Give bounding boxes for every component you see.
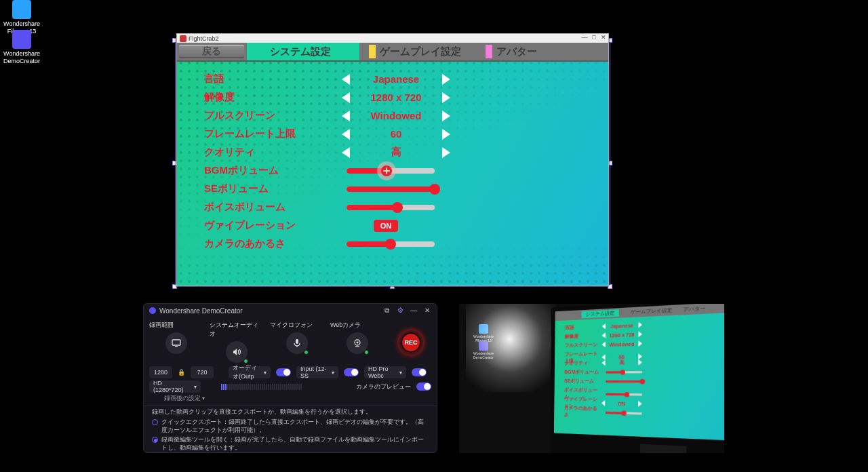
status-dot-icon xyxy=(304,350,309,355)
mic-source-button[interactable] xyxy=(286,332,308,354)
arrow-right-icon[interactable] xyxy=(439,91,452,104)
section-sysaudio: システムオーディオ xyxy=(210,321,263,365)
webcam-device-select[interactable]: HD Pro Webc xyxy=(364,366,406,378)
setting-row-bgm: BGMボリューム xyxy=(204,161,581,180)
mic-toggle[interactable] xyxy=(344,368,359,376)
setting-value: 1280 x 720 xyxy=(353,92,439,103)
svg-marker-7 xyxy=(442,129,450,140)
setting-label: ヴァイブレーション xyxy=(204,219,340,232)
tab-system-settings[interactable]: システム設定 xyxy=(247,43,359,60)
tab-avatar[interactable]: アバター xyxy=(476,43,552,60)
camera-preview-pane: Wondershare Filmora 13 Wondershare DemoC… xyxy=(459,304,724,453)
record-button[interactable]: REC xyxy=(399,330,423,355)
mic-device-select[interactable]: Input (12- SS xyxy=(296,366,338,378)
speaker-icon xyxy=(231,347,242,357)
svg-marker-0 xyxy=(342,74,350,85)
tab-marker-icon xyxy=(486,45,492,58)
game-body: 戻る システム設定 ゲームプレイ設定 アバター 言語Japanese解像度128… xyxy=(177,43,608,286)
preset-select[interactable]: HD (1280*720) xyxy=(149,380,201,393)
photo-setting-row: フルスクリーンWindowed xyxy=(565,340,642,349)
minimize-button[interactable]: — xyxy=(410,307,418,315)
tab-gameplay-settings[interactable]: ゲームプレイ設定 xyxy=(359,43,476,60)
camera-icon xyxy=(352,338,363,349)
setting-row-framerate: フレームレート上限60 xyxy=(204,125,581,143)
slider-bgm[interactable] xyxy=(347,168,435,174)
arrow-right-icon[interactable] xyxy=(439,73,452,86)
democreator-icon xyxy=(12,30,31,49)
window-titlebar[interactable]: FightCrab2 — □ ✕ xyxy=(177,34,608,43)
audio-level-meter xyxy=(221,384,351,390)
status-dot-icon xyxy=(364,350,369,355)
setting-label: 解像度 xyxy=(204,91,340,104)
webcam-source-button[interactable] xyxy=(347,332,368,354)
arrow-left-icon[interactable] xyxy=(340,73,353,86)
photo-setting-row: クオリティ高 xyxy=(564,359,642,367)
lock-icon[interactable]: 🔒 xyxy=(178,369,185,376)
setting-value: Japanese xyxy=(353,73,439,85)
post-settings-label[interactable]: 録画後の設定 xyxy=(164,395,205,401)
game-window: FightCrab2 — □ ✕ 戻る システム設定 ゲームプレイ設定 アバター… xyxy=(176,33,609,286)
note-text: 録画した動画クリップを直接エクスポートか、動画編集を行うかを選択します。 xyxy=(144,406,437,418)
setting-label: SEボリューム xyxy=(204,182,340,195)
close-button[interactable]: ✕ xyxy=(599,34,608,43)
arrow-right-icon[interactable] xyxy=(439,146,452,159)
close-button[interactable]: ✕ xyxy=(423,307,431,315)
width-input[interactable]: 1280 xyxy=(149,366,172,378)
screenshot-icon[interactable]: ⧉ xyxy=(382,307,391,315)
svg-marker-1 xyxy=(442,74,450,85)
webcam-toggle[interactable] xyxy=(412,368,427,376)
desktop-icon-democreator[interactable]: Wondershare DemoCreator xyxy=(3,30,40,65)
democreator-title: Wondershare DemoCreator xyxy=(159,307,243,315)
toggle-vibration[interactable]: ON xyxy=(374,220,398,232)
option-open-editor[interactable]: 録画後編集ツールを開く：録画が完了したら、自動で録画ファイルを動画編集ツールにイ… xyxy=(144,435,437,453)
arrow-left-icon[interactable] xyxy=(340,146,353,159)
setting-label: クオリティ xyxy=(204,146,340,159)
setting-row-language: 言語Japanese xyxy=(204,70,581,88)
setting-label: 言語 xyxy=(204,73,340,85)
camera-preview-toggle[interactable] xyxy=(416,382,431,391)
camera-preview-label: カメラのプレビュー xyxy=(356,382,411,391)
slider-voice[interactable] xyxy=(347,205,435,210)
photo-setting-row: 言語Japanese xyxy=(565,321,642,332)
sysaudio-toggle[interactable] xyxy=(276,368,291,376)
desktop-icon-label: Wondershare DemoCreator xyxy=(3,50,40,65)
section-header: システムオーディオ xyxy=(210,321,263,338)
source-sections: 録画範囲 システムオーディオ マイクロフォン Webカメラ xyxy=(144,317,437,366)
photo-setting-row: SEボリューム xyxy=(564,378,642,385)
arrow-right-icon[interactable] xyxy=(439,127,452,141)
section-webcam: Webカメラ xyxy=(330,321,384,365)
back-button[interactable]: 戻る xyxy=(179,45,244,58)
screen-source-button[interactable] xyxy=(165,332,187,354)
setting-value: 高 xyxy=(353,146,439,159)
filmora-icon xyxy=(12,0,31,19)
setting-row-fullscreen: フルスクリーンWindowed xyxy=(204,106,581,125)
setting-label: カメラのあかるさ xyxy=(204,237,340,250)
minimize-button[interactable]: — xyxy=(580,34,589,43)
height-input[interactable]: 720 xyxy=(191,366,214,378)
slider-se[interactable] xyxy=(347,186,435,192)
maximize-button[interactable]: □ xyxy=(589,34,599,43)
arrow-left-icon[interactable] xyxy=(340,109,353,123)
arrow-left-icon[interactable] xyxy=(340,91,353,104)
app-icon xyxy=(180,35,186,42)
sysaudio-source-button[interactable] xyxy=(226,341,248,363)
slider-camera[interactable] xyxy=(347,241,435,247)
setting-row-resolution: 解像度1280 x 720 xyxy=(204,88,581,106)
democreator-titlebar[interactable]: Wondershare DemoCreator ⧉ ⚙ — ✕ xyxy=(144,304,437,317)
svg-marker-2 xyxy=(342,92,350,103)
setting-label: BGMボリューム xyxy=(204,164,340,177)
photo-tab: ゲームプレイ設定 xyxy=(631,307,673,316)
arrow-left-icon[interactable] xyxy=(340,127,353,141)
photo-tab: アバター xyxy=(684,304,706,313)
section-header: Webカメラ xyxy=(330,321,384,330)
sysaudio-device-select[interactable]: オーディオ(Outp xyxy=(229,366,271,378)
settings-icon[interactable]: ⚙ xyxy=(396,307,404,315)
svg-marker-6 xyxy=(342,129,350,140)
option-quick-export[interactable]: クイックエクスポート：録画終了したら直接エクスポート、録画ビデオの編集が不要です… xyxy=(144,418,437,435)
tab-bar: 戻る システム設定 ゲームプレイ設定 アバター xyxy=(177,43,608,62)
arrow-right-icon[interactable] xyxy=(439,109,452,123)
setting-row-quality: クオリティ高 xyxy=(204,143,581,161)
section-record: . REC xyxy=(391,321,431,365)
section-mic: マイクロフォン xyxy=(270,321,323,365)
radio-icon xyxy=(152,437,158,443)
